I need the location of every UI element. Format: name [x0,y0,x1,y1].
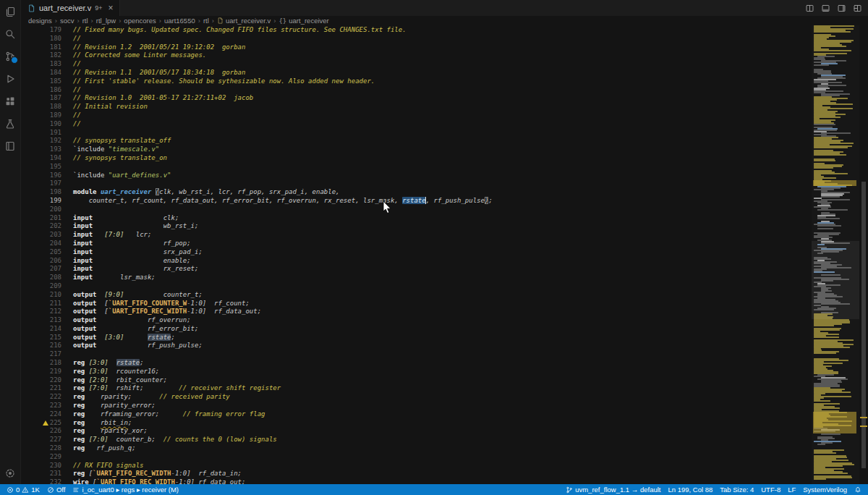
line-number[interactable]: 193 [21,145,61,154]
code-line[interactable]: 229 [21,453,812,462]
testing-icon[interactable] [0,112,20,135]
line-number[interactable]: 206 [21,257,61,266]
minimap-slider[interactable] [812,241,859,319]
line-number[interactable]: 208 [21,274,61,282]
line-number[interactable]: 212 [21,308,61,316]
status-item-branch[interactable]: uvm_ref_flow_1.1 → default [562,484,664,495]
code-line[interactable]: 203input [7:0] lcr; [21,231,812,240]
notebook-icon[interactable] [0,135,20,157]
line-number[interactable]: 224 [21,410,61,419]
line-number[interactable]: 223 [21,402,61,410]
tab-uart-receiver[interactable]: uart_receiver.v 9+ × [21,0,120,16]
line-number[interactable]: 214 [21,325,61,334]
line-number[interactable]: 181 [21,43,61,52]
line-number[interactable]: 182 [21,51,61,60]
code-line[interactable]: 188// Initial revision [21,103,812,111]
status-item-encoding[interactable]: UTF-8 [757,484,784,495]
line-number[interactable]: 227 [21,436,61,444]
line-number[interactable]: 220 [21,376,61,385]
code-line[interactable]: 184// Revision 1.1 2001/05/17 18:34:18 g… [21,69,812,77]
line-number[interactable]: 187 [21,94,61,103]
code-line[interactable]: 198module uart_receiver (clk, wb_rst_i, … [21,188,812,197]
code-line[interactable]: 230// RX FIFO signals [21,462,812,470]
code-line[interactable]: 180// [21,35,812,43]
code-line[interactable]: 211output [`UART_FIFO_COUNTER_W-1:0] rf_… [21,300,812,308]
line-number[interactable]: 213 [21,316,61,325]
line-number[interactable]: 196 [21,172,61,180]
code-line[interactable]: 195 [21,163,812,172]
line-number[interactable]: 232 [21,478,61,484]
line-number[interactable]: 210 [21,291,61,300]
line-number[interactable]: 197 [21,179,61,188]
code-line[interactable]: 206input enable; [21,257,812,266]
line-number[interactable]: 183 [21,60,61,69]
code-line[interactable]: 217 [21,350,812,359]
code-line[interactable]: 215output [3:0] rstate; [21,334,812,342]
code-line[interactable]: 205input srx_pad_i; [21,248,812,257]
search-icon[interactable] [0,22,20,45]
toggle-secondary-sidebar-icon[interactable] [837,4,846,13]
line-number[interactable]: 217 [21,350,61,359]
scrollbar[interactable] [859,25,868,484]
toggle-panel-icon[interactable] [821,4,830,13]
extensions-icon[interactable] [0,90,20,112]
status-item-toggle-off[interactable]: Off [43,484,69,495]
code-line[interactable]: 189// [21,111,812,120]
code-line[interactable]: 210output [9:0] counter_t; [21,291,812,300]
line-number[interactable]: 185 [21,77,61,86]
status-item-indentation[interactable]: Tab Size: 4 [716,484,757,495]
status-item-eol[interactable]: LF [784,484,799,495]
line-number[interactable]: 225 [21,419,61,428]
code-line[interactable]: 187// Revision 1.0 2001-05-17 21:27:11+0… [21,94,812,103]
code-line[interactable]: 204input rf_pop; [21,240,812,248]
line-number[interactable]: 216 [21,342,61,350]
line-number[interactable]: 211 [21,300,61,308]
code-line[interactable]: 218reg [3:0] rstate; [21,359,812,368]
code-line[interactable]: 224reg rframing_error; // framing error … [21,410,812,419]
line-number[interactable]: 195 [21,163,61,172]
close-icon[interactable]: × [108,4,113,12]
status-item-cursor-position[interactable]: Ln 199, Col 88 [664,484,716,495]
code-line[interactable]: 207input rx_reset; [21,265,812,274]
line-number[interactable]: 179 [21,26,61,35]
code-line[interactable]: 201input clk; [21,214,812,223]
code-line[interactable]: 197 [21,179,812,188]
code-line[interactable]: 226reg rparity_xor; [21,427,812,436]
code-line[interactable]: 181// Revision 1.2 2001/05/21 19:12:02 g… [21,43,812,52]
code-line[interactable]: 227reg [7:0] counter_b; // counts the 0 … [21,436,812,444]
code-line[interactable]: 191 [21,129,812,138]
line-number[interactable]: 200 [21,206,61,214]
breadcrumb-item-uart-receiver[interactable]: {}uart_receiver [278,17,328,25]
settings-gear-icon[interactable] [0,462,20,484]
breadcrumb-item-rtl-lpw[interactable]: rtl_lpw [96,17,116,25]
code-line[interactable]: 220reg [2:0] rbit_counter; [21,376,812,385]
explorer-icon[interactable] [0,0,20,22]
code-line[interactable]: 225reg rbit_in; [21,419,812,428]
code-area[interactable]: 179// Fixed many bugs. Updated spec. Cha… [21,25,812,484]
line-number[interactable]: 221 [21,384,61,393]
line-number[interactable]: 189 [21,111,61,120]
code-line[interactable]: 196`include "uart_defines.v" [21,172,812,180]
code-line[interactable]: 192// synopsys translate_off [21,137,812,145]
status-item-notifications[interactable] [851,484,865,495]
line-number[interactable]: 229 [21,453,61,462]
line-number[interactable]: 231 [21,470,61,478]
line-number[interactable]: 186 [21,86,61,95]
customize-layout-icon[interactable] [853,4,862,13]
code-line[interactable]: 212output [`UART_FIFO_REC_WIDTH-1:0] rf_… [21,308,812,316]
line-number[interactable]: 204 [21,240,61,248]
code-line[interactable]: 221reg [7:0] rshift; // receiver shift r… [21,384,812,393]
line-number[interactable]: 199 [21,197,61,206]
run-debug-icon[interactable] [0,67,20,90]
code-line[interactable]: 200 [21,206,812,214]
line-number[interactable]: 218 [21,359,61,368]
status-item-module-hierarchy[interactable]: i_oc_uart0 ▸ regs ▸ receiver (M) [69,484,182,495]
code-line[interactable]: 214output rf_error_bit; [21,325,812,334]
source-control-icon[interactable] [0,45,20,67]
split-editor-icon[interactable] [805,4,814,13]
code-line[interactable]: 199 counter_t, rf_count, rf_data_out, rf… [21,197,812,206]
code-line[interactable]: 232wire [`UART_FIFO_REC_WIDTH-1:0] rf_da… [21,478,812,484]
breadcrumb-item-uart-receiver-v[interactable]: uart_receiver.v [217,17,271,25]
code-line[interactable]: 222reg rparity; // received parity [21,393,812,402]
status-item-language-mode[interactable]: SystemVerilog [799,484,851,495]
